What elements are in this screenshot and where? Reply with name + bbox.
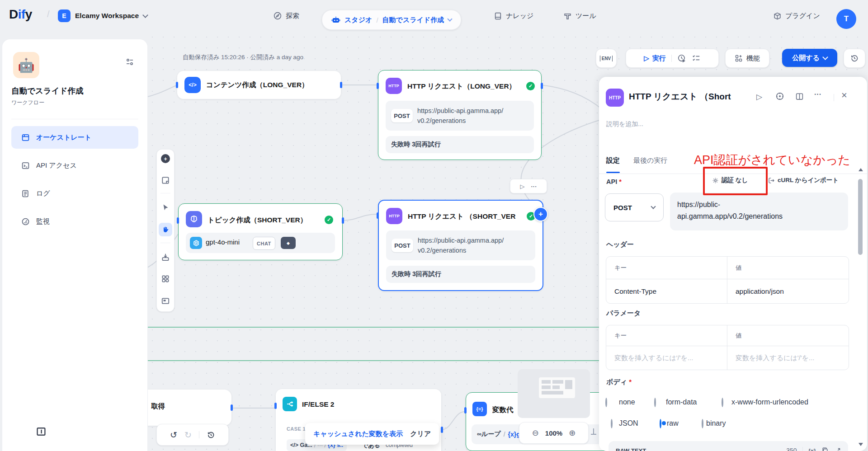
- minimap-icon[interactable]: [161, 296, 170, 305]
- user-avatar[interactable]: T: [836, 9, 856, 29]
- tab-last-run[interactable]: 最後の実行: [633, 156, 667, 165]
- header-value-cell[interactable]: application/json: [727, 279, 849, 303]
- insert-variable-icon[interactable]: {x}: [808, 447, 816, 451]
- sidebar-item-logs[interactable]: ログ: [11, 182, 138, 205]
- current-app-breadcrumb[interactable]: 自動でスライド作成: [382, 16, 444, 24]
- run-button[interactable]: ▷ 実行: [644, 54, 666, 63]
- copy-icon[interactable]: [821, 447, 829, 451]
- docs-book-icon[interactable]: [795, 92, 804, 101]
- input-port[interactable]: [177, 217, 179, 224]
- input-port[interactable]: [464, 407, 467, 413]
- headers-table: キー 値 Content-Type application/json: [606, 256, 849, 304]
- chevron-down-icon: [142, 12, 148, 18]
- output-port[interactable]: [340, 82, 342, 88]
- radio-label[interactable]: form-data: [666, 398, 697, 406]
- nav-plugins[interactable]: プラグイン: [773, 9, 820, 22]
- input-port[interactable]: [377, 212, 379, 219]
- collapse-panel-icon[interactable]: [36, 426, 47, 437]
- clear-button[interactable]: クリア: [410, 430, 431, 438]
- radio-label[interactable]: x-www-form-urlencoded: [731, 398, 808, 406]
- radio-raw-selected[interactable]: [660, 419, 661, 428]
- input-port[interactable]: [377, 83, 379, 89]
- radio-label[interactable]: raw: [667, 419, 679, 428]
- run-history-icon[interactable]: [677, 54, 686, 63]
- param-value-input[interactable]: 変数を挿入するには'/'を...: [727, 346, 849, 370]
- curl-import-button[interactable]: cURL からインポート: [768, 176, 839, 184]
- radio-none[interactable]: [605, 398, 607, 407]
- node-title-input[interactable]: HTTP リクエスト （Short: [629, 91, 755, 103]
- radio-form-data[interactable]: [654, 398, 656, 407]
- note-frame-icon[interactable]: [161, 176, 170, 185]
- input-port[interactable]: [176, 82, 178, 88]
- undo-icon[interactable]: ↺: [170, 430, 177, 440]
- radio-binary[interactable]: [702, 419, 703, 428]
- branch-icon: [283, 397, 297, 411]
- node-content-long[interactable]: </> コンテンツ作成（LONG_VER）: [177, 71, 341, 99]
- checklist-icon[interactable]: [692, 54, 701, 63]
- zoom-in-icon[interactable]: ⊕: [569, 428, 576, 438]
- more-icon[interactable]: ···: [531, 183, 537, 190]
- url-line: v0.2/generations: [417, 116, 503, 126]
- url-input[interactable]: https://public- api.gamma.app/v0.2/gener…: [670, 193, 848, 230]
- scrollbar-down-arrow[interactable]: [859, 443, 863, 446]
- sidebar-item-orchestrate[interactable]: オーケストレート: [11, 126, 138, 149]
- env-button[interactable]: ENV: [596, 49, 617, 68]
- divider: [671, 55, 672, 62]
- radio-x-www-form-urlencoded[interactable]: [722, 398, 723, 407]
- change-history-icon[interactable]: [207, 431, 215, 439]
- radio-label[interactable]: JSON: [619, 419, 638, 428]
- publish-button[interactable]: 公開する: [782, 49, 837, 67]
- output-port[interactable]: [342, 217, 344, 224]
- app-settings-icon[interactable]: [125, 57, 134, 66]
- add-block-icon[interactable]: +: [161, 154, 170, 163]
- zoom-level[interactable]: 100%: [545, 429, 562, 437]
- radio-label[interactable]: none: [619, 398, 635, 406]
- more-icon[interactable]: ···: [814, 90, 821, 99]
- node-http-long[interactable]: HTTP HTTP リクエスト（LONG_VER） ✓ POST https:/…: [378, 70, 542, 160]
- nav-tools[interactable]: ツール: [563, 9, 596, 22]
- sidebar-item-api-access[interactable]: API アクセス: [11, 154, 138, 177]
- radio-label[interactable]: binary: [706, 419, 726, 428]
- node-topic-short[interactable]: トピック作成（SHORT_VER） ✓ gpt-4o-mini CHAT ◆: [178, 203, 343, 260]
- run-toolbar: ▷ 実行: [626, 49, 719, 68]
- app-icon[interactable]: 🤖: [13, 52, 39, 78]
- import-dsl-icon[interactable]: [161, 253, 170, 262]
- scrollbar-thumb[interactable]: [858, 179, 863, 255]
- close-icon[interactable]: ×: [841, 89, 847, 101]
- zoom-out-icon[interactable]: ⊖: [532, 428, 539, 438]
- description-placeholder[interactable]: 説明を追加...: [606, 120, 643, 128]
- add-node-button[interactable]: +: [533, 207, 548, 221]
- nav-knowledge[interactable]: ナレッジ: [494, 9, 533, 22]
- dify-logo[interactable]: Dify: [9, 7, 32, 22]
- required-mark: *: [629, 378, 632, 385]
- param-key-input[interactable]: 変数を挿入するには'/'を...: [606, 346, 727, 370]
- workspace-avatar: E: [58, 9, 71, 22]
- redo-icon[interactable]: ↻: [184, 430, 192, 440]
- params-table: キー 値 変数を挿入するには'/'を... 変数を挿入するには'/'を...: [606, 325, 849, 370]
- input-port[interactable]: [274, 403, 277, 409]
- workspace-selector[interactable]: E Elcamy Workspace: [58, 9, 147, 22]
- organize-blocks-icon[interactable]: [161, 274, 170, 283]
- header-key-cell[interactable]: Content-Type: [606, 279, 727, 303]
- sidebar-item-monitoring[interactable]: 監視: [11, 210, 138, 233]
- show-cached-variables-button[interactable]: キャッシュされた変数を表示: [313, 430, 403, 438]
- node-http-short[interactable]: HTTP HTTP リクエスト （SHORT_VER ✓ POST https:…: [378, 200, 543, 291]
- version-history-button[interactable]: [844, 49, 865, 68]
- radio-json[interactable]: [611, 419, 613, 428]
- nav-explore[interactable]: 探索: [273, 9, 299, 22]
- expand-icon[interactable]: [834, 447, 841, 451]
- nav-studio[interactable]: スタジオ: [344, 16, 372, 24]
- features-button[interactable]: 機能: [725, 49, 769, 68]
- scrollbar-up-arrow[interactable]: [859, 168, 863, 171]
- output-port[interactable]: [541, 83, 543, 89]
- hand-tool-selected[interactable]: [159, 223, 172, 236]
- crosshair-icon[interactable]: [775, 92, 784, 101]
- chevron-down-icon[interactable]: [448, 16, 453, 21]
- run-node-icon[interactable]: ▷: [520, 183, 525, 190]
- case-output-port[interactable]: [441, 427, 443, 433]
- pointer-icon[interactable]: [161, 203, 170, 211]
- tab-settings[interactable]: 設定: [606, 156, 620, 165]
- run-node-icon[interactable]: ▷: [756, 92, 762, 102]
- output-port[interactable]: [231, 404, 233, 411]
- method-select[interactable]: POST: [605, 193, 664, 221]
